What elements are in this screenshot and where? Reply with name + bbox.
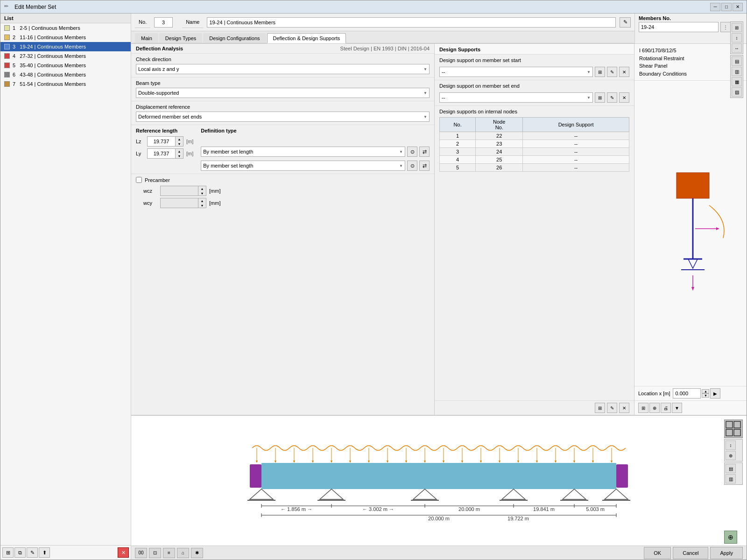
location-input[interactable]: 0.000 <box>673 388 701 399</box>
ds-end-copy-btn[interactable]: ⊞ <box>595 92 605 103</box>
def-type-action-ly[interactable]: ⊙ <box>407 161 417 171</box>
ds-start-select[interactable]: -- <box>439 67 593 77</box>
tab-main[interactable]: Main <box>135 33 158 43</box>
status-btn-5[interactable]: ✱ <box>191 548 203 558</box>
diag-btn-2[interactable]: ⊕ <box>726 451 736 460</box>
svg-marker-40 <box>555 461 557 463</box>
ok-button[interactable]: OK <box>644 547 671 559</box>
edit-name-button[interactable]: ✎ <box>620 17 631 28</box>
cancel-button[interactable]: Cancel <box>673 547 708 559</box>
profile-export-btn[interactable]: ▼ <box>672 403 682 413</box>
def-type-select-lz[interactable]: By member set length <box>201 147 405 157</box>
sidebar-item-5[interactable]: 5 35-40 | Continuous Members <box>0 61 131 70</box>
ds-actions: ⊞ ✎ ✕ <box>435 400 634 415</box>
ds-table-delete-btn[interactable]: ✕ <box>619 403 629 413</box>
arrow-head-right <box>716 227 719 230</box>
row3-no: 3 <box>440 148 476 156</box>
sidebar-item-7[interactable]: 7 51-54 | Continuous Members <box>0 79 131 89</box>
status-btn-1[interactable]: 00 <box>135 548 147 558</box>
wcy-down[interactable]: ▼ <box>198 203 206 208</box>
dim-label-1: ← 1.856 m → <box>281 506 312 512</box>
displacement-reference-value: Deformed member set ends <box>138 114 202 119</box>
add-button[interactable]: ⊞ <box>2 547 14 558</box>
profile-print-btn[interactable]: 🖨 <box>661 403 671 413</box>
wcy-spinner[interactable]: ▲ ▼ <box>160 198 206 208</box>
sidebar-item-3[interactable]: 3 19-24 | Continuous Members <box>0 42 131 51</box>
status-btn-3[interactable]: ≡ <box>163 548 175 558</box>
ds-table-copy-btn[interactable]: ⊞ <box>595 403 605 413</box>
wcz-down[interactable]: ▼ <box>198 191 206 196</box>
support-2 <box>320 489 343 499</box>
members-select-button[interactable]: ⋮ <box>720 22 731 32</box>
svg-marker-38 <box>517 461 519 463</box>
def-type-select-ly[interactable]: By member set length <box>201 161 405 171</box>
delete-button[interactable]: ✕ <box>118 547 129 558</box>
beam-type-row: Beam type <box>136 80 430 86</box>
profile-zoom-btn[interactable]: ⊕ <box>649 403 660 413</box>
ly-down-button[interactable]: ▼ <box>176 154 183 158</box>
ds-start-copy-btn[interactable]: ⊞ <box>595 67 605 77</box>
diag-btn-1[interactable]: ↕ <box>726 441 736 450</box>
lz-down-button[interactable]: ▼ <box>176 141 183 146</box>
def-type-action2-lz[interactable]: ⇄ <box>419 147 430 157</box>
apply-button[interactable]: Apply <box>710 547 743 559</box>
diag-btn-4[interactable]: ▥ <box>726 474 736 483</box>
col-no: No. <box>440 118 476 132</box>
minimize-button[interactable]: ─ <box>710 3 720 11</box>
ds-internal-title: Design supports on internal nodes <box>439 109 629 114</box>
tab-design-configurations[interactable]: Design Configurations <box>203 33 266 43</box>
lz-spinner[interactable]: 19.737 ▲ ▼ <box>147 136 183 147</box>
tab-design-types[interactable]: Design Types <box>159 33 202 43</box>
add-icon: ⊞ <box>6 550 10 556</box>
wcz-spinner[interactable]: ▲ ▼ <box>160 186 206 196</box>
wcz-up[interactable]: ▲ <box>198 186 206 191</box>
loc-up[interactable]: ▲ <box>702 389 709 393</box>
close-button[interactable]: ✕ <box>733 3 743 11</box>
diag-btn-3[interactable]: ▤ <box>726 464 736 473</box>
beam-type-select[interactable]: Double-supported <box>136 88 430 98</box>
def-type-col: Definition type By member set length ⊙ ⇄ <box>201 128 430 171</box>
sidebar-item-6[interactable]: 6 43-48 | Continuous Members <box>0 70 131 79</box>
render-btn-3[interactable]: ▦ <box>732 77 742 86</box>
sidebar-item-1[interactable]: 1 2-5 | Continuous Members <box>0 23 131 33</box>
wcz-unit: [mm] <box>209 188 220 194</box>
status-btn-4[interactable]: ⌂ <box>177 548 189 558</box>
render-btn-4[interactable]: ▧ <box>732 87 742 97</box>
ly-spinner[interactable]: 19.737 ▲ ▼ <box>147 148 183 159</box>
wcy-up[interactable]: ▲ <box>198 198 206 203</box>
def-type-action-lz[interactable]: ⊙ <box>407 147 417 157</box>
bottom-corner-icon[interactable]: ⊕ <box>724 531 737 544</box>
ds-end-delete-btn[interactable]: ✕ <box>619 92 629 103</box>
status-btn-2[interactable]: ⊡ <box>149 548 161 558</box>
check-direction-select[interactable]: Local axis z and y <box>136 64 430 74</box>
tab-deflection[interactable]: Deflection & Design Supports <box>267 33 346 43</box>
ds-end-select[interactable]: -- <box>439 92 593 103</box>
ds-end-edit-btn[interactable]: ✎ <box>607 92 617 103</box>
sidebar-item-4[interactable]: 4 27-32 | Continuous Members <box>0 51 131 61</box>
wcz-value <box>161 186 198 196</box>
profile-view-btn[interactable]: ⊞ <box>638 403 648 413</box>
color-indicator-6 <box>4 72 10 77</box>
loc-down[interactable]: ▼ <box>702 393 709 398</box>
copy-button[interactable]: ⧉ <box>14 547 26 558</box>
ly-label: Ly <box>136 151 145 156</box>
render-btn-1[interactable]: ▤ <box>732 56 742 66</box>
svg-rect-3 <box>734 429 740 436</box>
displacement-reference-select[interactable]: Deformed member set ends <box>136 112 430 122</box>
view-btn-3[interactable]: ↔ <box>732 44 742 53</box>
ds-start-edit-btn[interactable]: ✎ <box>607 67 617 77</box>
row5-no: 5 <box>440 164 476 172</box>
ly-up-button[interactable]: ▲ <box>176 149 183 154</box>
render-btn-2[interactable]: ▥ <box>732 67 742 76</box>
window-title: Edit Member Set <box>14 4 710 10</box>
ds-start-delete-btn[interactable]: ✕ <box>619 67 629 77</box>
precamber-checkbox[interactable] <box>136 177 142 183</box>
sidebar-item-2[interactable]: 2 11-16 | Continuous Members <box>0 33 131 42</box>
lz-up-button[interactable]: ▲ <box>176 137 183 141</box>
maximize-button[interactable]: □ <box>721 3 732 11</box>
export-button[interactable]: ⬆ <box>39 547 50 558</box>
loc-next-btn[interactable]: ▶ <box>710 388 720 399</box>
def-type-action2-ly[interactable]: ⇄ <box>419 161 430 171</box>
ds-table-edit-btn[interactable]: ✎ <box>607 403 617 413</box>
edit-button[interactable]: ✎ <box>27 547 38 558</box>
